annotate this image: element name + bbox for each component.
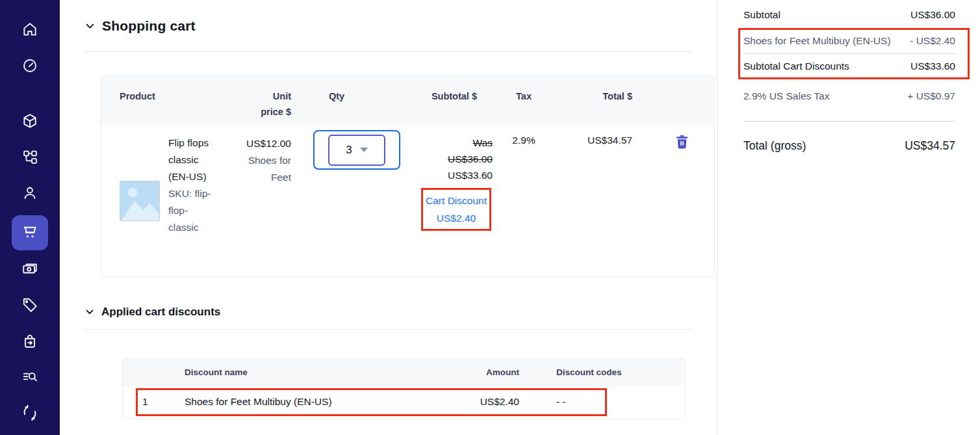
divider <box>85 51 692 52</box>
total-gross-label: Total (gross) <box>743 137 806 154</box>
cart-discount-annotation-box: Cart Discount US$2.40 <box>421 188 491 231</box>
subtotal-discounts-value: US$33.60 <box>910 58 955 75</box>
subtotal-original-strikethrough: Was US$36.00 <box>441 135 493 167</box>
chevron-down-icon <box>360 148 368 152</box>
sidebar-item-audit-log[interactable] <box>14 363 45 390</box>
cart-section-header: Shopping cart <box>85 18 692 34</box>
discounts-section-title: Applied cart discounts <box>101 306 220 319</box>
sidebar-item-carts[interactable] <box>12 215 48 250</box>
image-placeholder-icon <box>120 181 160 221</box>
sales-tax-value: + US$0.97 <box>907 88 955 105</box>
col-header-product: Product <box>101 76 218 125</box>
sidebar-item-payments[interactable] <box>14 255 45 282</box>
sales-tax-label: 2.9% US Sales Tax <box>743 88 829 105</box>
subtotal-discounted: US$33.60 <box>404 167 493 183</box>
tax-cell: 2.9% <box>495 125 552 276</box>
cart-discount-link[interactable]: Cart Discount US$2.40 <box>426 195 487 224</box>
subtotal-value: US$36.00 <box>910 7 955 23</box>
order-summary-panel: Subtotal US$36.00 Shoes for Feet Multibu… <box>717 0 980 435</box>
sidebar-item-dashboard[interactable] <box>14 51 45 79</box>
main-content: Shopping cart Product Unit price $ Qty S… <box>60 0 717 435</box>
page-title: Shopping cart <box>102 18 196 34</box>
sidebar-item-sync[interactable] <box>14 399 45 427</box>
price-source: Shoes for Feet <box>242 152 291 186</box>
sidebar-item-checkout[interactable] <box>14 327 45 354</box>
col-header-discount-codes: Discount codes <box>519 359 685 386</box>
divider <box>743 121 955 122</box>
trash-icon[interactable] <box>677 135 688 150</box>
unit-price-value: US$12.00 <box>218 135 291 152</box>
sidebar-item-categories[interactable] <box>14 143 45 170</box>
sales-tax-row: 2.9% US Sales Tax + US$0.97 <box>743 88 955 105</box>
discount-name: Shoes for Feet Multibuy (EN-US) <box>185 386 419 419</box>
customers-icon <box>21 185 38 202</box>
payments-icon <box>21 260 38 277</box>
summary-discount-annotation-box: Shoes for Feet Multibuy (EN-US) - US$2.4… <box>738 28 970 79</box>
qty-focus-ring: 3 <box>313 130 400 170</box>
col-header-tax: Tax <box>495 76 552 125</box>
categories-icon <box>22 149 38 165</box>
divider <box>743 53 955 54</box>
cart-line-items-table: Product Unit price $ Qty Subtotal $ Tax … <box>101 75 715 277</box>
product-name-block: Flip flops classic (EN-US) SKU: flip-flo… <box>160 125 217 236</box>
sidebar-item-customers[interactable] <box>14 179 45 207</box>
summary-discount-name: Shoes for Feet Multibuy (EN-US) <box>743 33 898 49</box>
sync-icon <box>21 404 38 421</box>
product-name: Flip flops classic (EN-US) <box>168 137 209 182</box>
qty-cell: 3 <box>295 125 404 276</box>
unit-price-cell: US$12.00 Shoes for Feet <box>218 125 295 276</box>
sidebar <box>0 0 60 435</box>
discounts-section-header: Applied cart discounts <box>85 306 692 319</box>
discount-codes: - - <box>519 386 685 419</box>
applied-discounts-table: Discount name Amount Discount codes 1 Sh… <box>122 358 686 419</box>
product-cell: Flip flops classic (EN-US) SKU: flip-flo… <box>101 125 218 276</box>
discounts-icon <box>21 297 38 313</box>
subtotal-discounts-row: Subtotal Cart Discounts US$33.60 <box>743 58 955 75</box>
product-sku: SKU: flip-flop-classic <box>168 188 211 233</box>
products-icon <box>21 112 38 129</box>
col-header-unit-price: Unit price $ <box>218 76 295 125</box>
audit-search-icon <box>21 368 38 385</box>
subtotal-row: Subtotal US$36.00 <box>743 7 955 23</box>
sidebar-item-discounts[interactable] <box>14 291 45 318</box>
col-header-discount-name: Discount name <box>185 359 419 386</box>
total-gross-row: Total (gross) US$34.57 <box>743 137 955 154</box>
product-image <box>120 181 160 221</box>
col-header-subtotal: Subtotal $ <box>404 76 495 125</box>
divider <box>85 329 692 330</box>
delete-cell <box>650 125 714 276</box>
sidebar-item-products[interactable] <box>14 107 45 135</box>
discounts-table-header-row: Discount name Amount Discount codes <box>123 359 685 386</box>
cart-table-header-row: Product Unit price $ Qty Subtotal $ Tax … <box>101 76 714 125</box>
dashboard-icon <box>21 57 38 74</box>
discount-row-index: 1 <box>123 386 185 419</box>
subtotal-cell: Was US$36.00 US$33.60 Cart Discount US$2… <box>404 125 495 276</box>
line-item-row: Flip flops classic (EN-US) SKU: flip-flo… <box>101 125 714 276</box>
collapse-chevron-icon[interactable] <box>85 21 95 31</box>
summary-discount-value: - US$2.40 <box>910 33 955 49</box>
discount-amount: US$2.40 <box>419 386 519 419</box>
subtotal-discounts-label: Subtotal Cart Discounts <box>743 58 849 75</box>
subtotal-label: Subtotal <box>743 7 780 23</box>
home-icon <box>21 21 38 38</box>
cart-icon <box>21 224 39 242</box>
quantity-dropdown[interactable]: 3 <box>328 135 385 166</box>
summary-discount-row: Shoes for Feet Multibuy (EN-US) - US$2.4… <box>743 33 955 49</box>
collapse-chevron-icon[interactable] <box>85 308 94 317</box>
sidebar-item-home[interactable] <box>14 16 45 43</box>
total-cell: US$34.57 <box>552 125 650 276</box>
checkout-icon <box>21 332 38 349</box>
discount-row[interactable]: 1 Shoes for Feet Multibuy (EN-US) US$2.4… <box>123 386 685 419</box>
quantity-value: 3 <box>346 144 352 157</box>
col-header-total: Total $ <box>552 76 650 125</box>
total-gross-value: US$34.57 <box>905 137 955 154</box>
col-header-amount: Amount <box>419 359 519 386</box>
col-header-qty: Qty <box>295 76 404 125</box>
